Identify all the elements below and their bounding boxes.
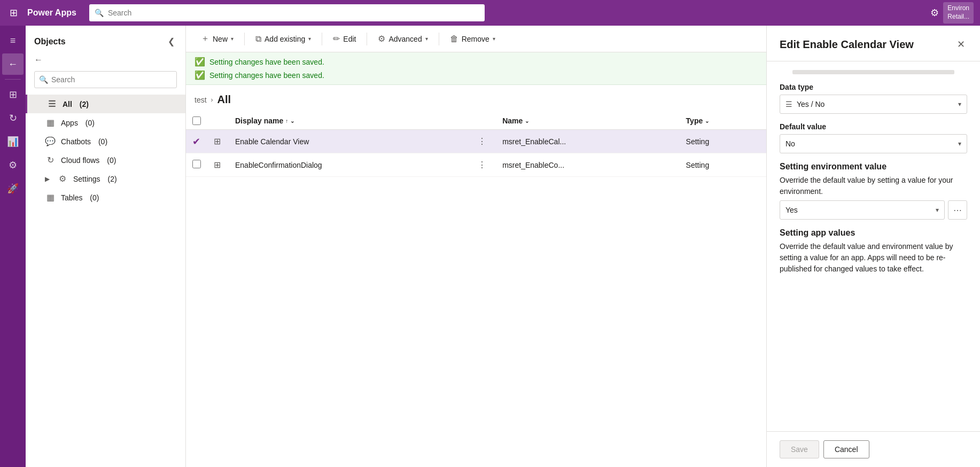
sort-asc-icon[interactable]: ↑ (285, 118, 288, 124)
sidebar-item-settings[interactable]: ▶ ⚙ Settings (2) (26, 169, 185, 188)
advanced-chevron-icon: ▾ (425, 36, 428, 42)
add-existing-chevron-icon: ▾ (308, 36, 311, 42)
icon-bar-home[interactable]: ≡ (2, 30, 24, 51)
col-name-filter-icon[interactable]: ⌄ (525, 118, 529, 124)
default-value-select[interactable]: No ▾ (780, 134, 967, 153)
table-row[interactable]: ✔ ⊞ Enable Calendar View ⋮ msret_EnableC… (186, 130, 766, 153)
col-type-filter-icon[interactable]: ⌄ (705, 118, 709, 124)
sort-filter-icon[interactable]: ⌄ (290, 118, 294, 124)
chatbots-icon: 💬 (45, 136, 56, 146)
icon-bar: ≡ ← ⊞ ↻ 📊 ⚙ 🚀 (0, 26, 26, 467)
global-search-box[interactable]: 🔍 (89, 4, 485, 21)
icon-bar-flow[interactable]: ↻ (2, 107, 24, 129)
remove-button[interactable]: 🗑 Remove ▾ (444, 31, 502, 47)
new-button[interactable]: ＋ New ▾ (195, 30, 240, 48)
add-existing-button[interactable]: ⧉ Add existing ▾ (249, 31, 317, 47)
advanced-icon: ⚙ (378, 34, 385, 44)
table-container: Display name ↑ ⌄ Name ⌄ (186, 112, 766, 467)
save-button[interactable]: Save (780, 440, 819, 458)
remove-chevron-icon: ▾ (493, 36, 495, 42)
breadcrumb-parent[interactable]: test (195, 96, 207, 104)
setting-app-title: Setting app values (780, 228, 967, 238)
row1-icon-cell: ⊞ (207, 130, 229, 153)
new-icon: ＋ (201, 33, 209, 44)
remove-label: Remove (462, 35, 489, 43)
default-value-chevron-icon: ▾ (958, 140, 961, 147)
icon-bar-divider-1 (5, 79, 21, 80)
row2-display-name-cell[interactable]: EnableConfirmationDialog (229, 153, 468, 177)
row2-check-cell[interactable] (186, 153, 207, 177)
setting-app-section: Setting app values Override the default … (780, 228, 967, 275)
row2-more-cell[interactable]: ⋮ (468, 153, 496, 177)
new-chevron-icon: ▾ (231, 36, 234, 42)
panel-footer: Save Cancel (767, 431, 980, 467)
row1-display-name-cell[interactable]: Enable Calendar View (229, 130, 468, 153)
global-search-input[interactable] (108, 9, 479, 17)
search-icon: 🔍 (95, 9, 104, 17)
setting-env-title: Setting environment value (780, 162, 967, 172)
col-header-more (468, 112, 496, 130)
notification-2-text: Setting changes have been saved. (209, 71, 324, 80)
sidebar-collapse-button[interactable]: ❮ (166, 34, 177, 49)
icon-bar-rocket[interactable]: 🚀 (2, 178, 24, 199)
environment-badge[interactable]: Environ Retail... (943, 2, 974, 23)
row2-more-button[interactable]: ⋮ (475, 159, 489, 171)
list-icon: ☰ (46, 99, 57, 109)
row1-more-button[interactable]: ⋮ (475, 135, 489, 147)
sidebar-item-chatbots[interactable]: 💬 Chatbots (0) (26, 132, 185, 151)
notification-2: ✅ Setting changes have been saved. (195, 70, 758, 80)
edit-panel: Edit Enable Calendar View ✕ Data type ☰ … (766, 26, 980, 467)
sidebar: Objects ❮ ← 🔍 ☰ All (2) ▦ Apps (0) (26, 26, 186, 467)
data-type-chevron-icon: ▾ (958, 100, 961, 108)
cancel-button[interactable]: Cancel (823, 440, 869, 458)
add-existing-label: Add existing (265, 35, 305, 43)
col-header-name[interactable]: Name ⌄ (496, 112, 679, 130)
edit-icon: ✏ (333, 34, 340, 44)
sidebar-item-cloudflows[interactable]: ↻ Cloud flows (0) (26, 151, 185, 169)
data-type-field: Data type ☰ Yes / No ▾ (780, 83, 967, 114)
icon-bar-table[interactable]: ⊞ (2, 84, 24, 105)
sidebar-search-box[interactable]: 🔍 (34, 71, 177, 88)
default-value-field: Default value No ▾ (780, 122, 967, 153)
select-all-checkbox[interactable] (192, 116, 201, 125)
sidebar-item-apps[interactable]: ▦ Apps (0) (26, 113, 185, 132)
new-label: New (213, 35, 228, 43)
panel-header: Edit Enable Calendar View ✕ (767, 26, 980, 61)
row2-checkbox[interactable] (192, 160, 201, 168)
sidebar-item-all-label: All (63, 100, 72, 108)
sidebar-search-input[interactable] (51, 75, 172, 84)
setting-app-desc: Override the default value and environme… (780, 241, 967, 275)
table-row[interactable]: ⊞ EnableConfirmationDialog ⋮ msret_Enabl… (186, 153, 766, 177)
settings-icon[interactable]: ⚙ (930, 7, 939, 19)
icon-bar-back[interactable]: ← (2, 53, 24, 75)
sidebar-item-chatbots-count: (0) (96, 137, 107, 146)
grid-icon[interactable]: ⊞ (6, 4, 21, 22)
panel-close-button[interactable]: ✕ (955, 36, 967, 52)
icon-bar-data[interactable]: 📊 (2, 131, 24, 152)
app-layout: ≡ ← ⊞ ↻ 📊 ⚙ 🚀 Objects ❮ ← 🔍 ☰ All (2) (0, 26, 980, 467)
row1-type-cell: Setting (680, 130, 766, 153)
sidebar-item-settings-count: (2) (106, 175, 117, 183)
data-type-select[interactable]: ☰ Yes / No ▾ (780, 95, 967, 114)
icon-bar-settings[interactable]: ⚙ (2, 154, 24, 176)
tables-icon: ▦ (45, 192, 56, 203)
data-type-label: Data type (780, 83, 967, 91)
toolbar-divider-2 (322, 33, 322, 45)
advanced-button[interactable]: ⚙ Advanced ▾ (371, 30, 434, 47)
cloudflows-icon: ↻ (45, 155, 56, 165)
col-header-display-name[interactable]: Display name ↑ ⌄ (229, 112, 468, 130)
edit-button[interactable]: ✏ Edit (326, 30, 362, 47)
row2-type-cell: Setting (680, 153, 766, 177)
col-header-type[interactable]: Type ⌄ (680, 112, 766, 130)
sidebar-item-tables[interactable]: ▦ Tables (0) (26, 188, 185, 207)
success-icon-1: ✅ (195, 57, 205, 67)
row1-check-cell[interactable]: ✔ (186, 130, 207, 153)
advanced-label: Advanced (388, 35, 422, 43)
row1-name-cell: msret_EnableCal... (496, 130, 679, 153)
sidebar-item-all[interactable]: ☰ All (2) (26, 95, 185, 113)
env-value-more-button[interactable]: ⋯ (948, 200, 967, 220)
row1-more-cell[interactable]: ⋮ (468, 130, 496, 153)
env-value-select[interactable]: Yes ▾ (780, 200, 945, 220)
row1-record-icon: ⊞ (214, 137, 221, 146)
sidebar-back-button[interactable]: ← (26, 53, 185, 67)
